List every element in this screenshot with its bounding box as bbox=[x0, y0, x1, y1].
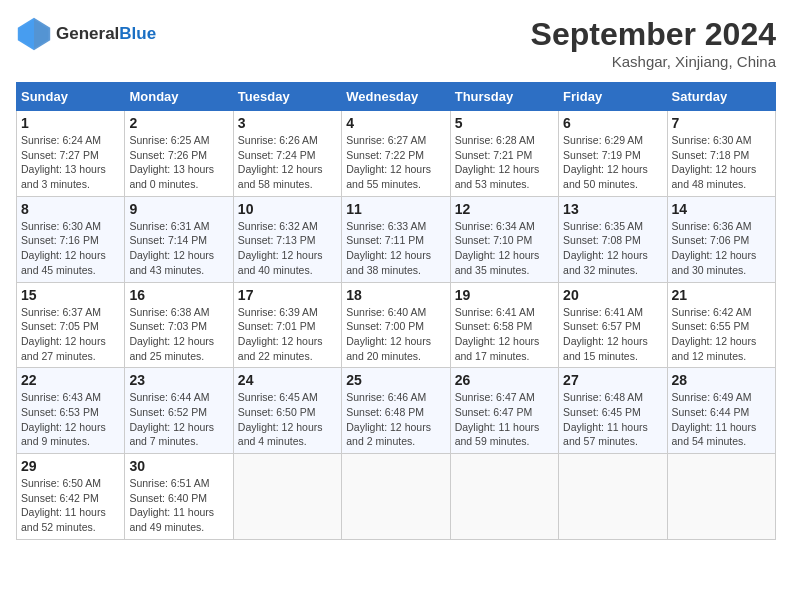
day-info: Sunrise: 6:33 AMSunset: 7:11 PMDaylight:… bbox=[346, 219, 445, 278]
day-info: Sunrise: 6:41 AMSunset: 6:58 PMDaylight:… bbox=[455, 305, 554, 364]
day-number: 26 bbox=[455, 372, 554, 388]
calendar-cell: 13Sunrise: 6:35 AMSunset: 7:08 PMDayligh… bbox=[559, 196, 667, 282]
day-info: Sunrise: 6:36 AMSunset: 7:06 PMDaylight:… bbox=[672, 219, 771, 278]
calendar-cell: 11Sunrise: 6:33 AMSunset: 7:11 PMDayligh… bbox=[342, 196, 450, 282]
calendar-cell: 23Sunrise: 6:44 AMSunset: 6:52 PMDayligh… bbox=[125, 368, 233, 454]
day-number: 11 bbox=[346, 201, 445, 217]
day-info: Sunrise: 6:50 AMSunset: 6:42 PMDaylight:… bbox=[21, 476, 120, 535]
calendar-cell: 28Sunrise: 6:49 AMSunset: 6:44 PMDayligh… bbox=[667, 368, 775, 454]
calendar-week-row: 29Sunrise: 6:50 AMSunset: 6:42 PMDayligh… bbox=[17, 454, 776, 540]
logo: GeneralBlue bbox=[16, 16, 156, 52]
calendar-table: SundayMondayTuesdayWednesdayThursdayFrid… bbox=[16, 82, 776, 540]
day-info: Sunrise: 6:34 AMSunset: 7:10 PMDaylight:… bbox=[455, 219, 554, 278]
day-number: 18 bbox=[346, 287, 445, 303]
day-number: 30 bbox=[129, 458, 228, 474]
calendar-cell: 17Sunrise: 6:39 AMSunset: 7:01 PMDayligh… bbox=[233, 282, 341, 368]
weekday-header: Thursday bbox=[450, 83, 558, 111]
calendar-cell: 4Sunrise: 6:27 AMSunset: 7:22 PMDaylight… bbox=[342, 111, 450, 197]
day-info: Sunrise: 6:38 AMSunset: 7:03 PMDaylight:… bbox=[129, 305, 228, 364]
day-info: Sunrise: 6:37 AMSunset: 7:05 PMDaylight:… bbox=[21, 305, 120, 364]
day-number: 21 bbox=[672, 287, 771, 303]
calendar-cell: 7Sunrise: 6:30 AMSunset: 7:18 PMDaylight… bbox=[667, 111, 775, 197]
calendar-cell bbox=[667, 454, 775, 540]
day-info: Sunrise: 6:35 AMSunset: 7:08 PMDaylight:… bbox=[563, 219, 662, 278]
calendar-week-row: 22Sunrise: 6:43 AMSunset: 6:53 PMDayligh… bbox=[17, 368, 776, 454]
weekday-header: Friday bbox=[559, 83, 667, 111]
calendar-cell: 22Sunrise: 6:43 AMSunset: 6:53 PMDayligh… bbox=[17, 368, 125, 454]
weekday-header: Wednesday bbox=[342, 83, 450, 111]
day-info: Sunrise: 6:46 AMSunset: 6:48 PMDaylight:… bbox=[346, 390, 445, 449]
calendar-week-row: 1Sunrise: 6:24 AMSunset: 7:27 PMDaylight… bbox=[17, 111, 776, 197]
day-number: 16 bbox=[129, 287, 228, 303]
day-info: Sunrise: 6:25 AMSunset: 7:26 PMDaylight:… bbox=[129, 133, 228, 192]
day-info: Sunrise: 6:28 AMSunset: 7:21 PMDaylight:… bbox=[455, 133, 554, 192]
day-number: 6 bbox=[563, 115, 662, 131]
day-number: 25 bbox=[346, 372, 445, 388]
day-number: 15 bbox=[21, 287, 120, 303]
calendar-cell: 10Sunrise: 6:32 AMSunset: 7:13 PMDayligh… bbox=[233, 196, 341, 282]
day-number: 19 bbox=[455, 287, 554, 303]
day-info: Sunrise: 6:43 AMSunset: 6:53 PMDaylight:… bbox=[21, 390, 120, 449]
day-number: 23 bbox=[129, 372, 228, 388]
day-number: 5 bbox=[455, 115, 554, 131]
day-info: Sunrise: 6:27 AMSunset: 7:22 PMDaylight:… bbox=[346, 133, 445, 192]
day-info: Sunrise: 6:26 AMSunset: 7:24 PMDaylight:… bbox=[238, 133, 337, 192]
logo-icon bbox=[16, 16, 52, 52]
weekday-header: Saturday bbox=[667, 83, 775, 111]
calendar-cell: 8Sunrise: 6:30 AMSunset: 7:16 PMDaylight… bbox=[17, 196, 125, 282]
day-info: Sunrise: 6:44 AMSunset: 6:52 PMDaylight:… bbox=[129, 390, 228, 449]
day-info: Sunrise: 6:30 AMSunset: 7:16 PMDaylight:… bbox=[21, 219, 120, 278]
day-info: Sunrise: 6:41 AMSunset: 6:57 PMDaylight:… bbox=[563, 305, 662, 364]
month-title: September 2024 bbox=[531, 16, 776, 53]
location: Kashgar, Xinjiang, China bbox=[531, 53, 776, 70]
day-info: Sunrise: 6:24 AMSunset: 7:27 PMDaylight:… bbox=[21, 133, 120, 192]
weekday-header: Monday bbox=[125, 83, 233, 111]
day-info: Sunrise: 6:45 AMSunset: 6:50 PMDaylight:… bbox=[238, 390, 337, 449]
calendar-cell: 9Sunrise: 6:31 AMSunset: 7:14 PMDaylight… bbox=[125, 196, 233, 282]
calendar-cell: 25Sunrise: 6:46 AMSunset: 6:48 PMDayligh… bbox=[342, 368, 450, 454]
day-number: 3 bbox=[238, 115, 337, 131]
calendar-cell: 30Sunrise: 6:51 AMSunset: 6:40 PMDayligh… bbox=[125, 454, 233, 540]
calendar-cell: 3Sunrise: 6:26 AMSunset: 7:24 PMDaylight… bbox=[233, 111, 341, 197]
calendar-cell: 18Sunrise: 6:40 AMSunset: 7:00 PMDayligh… bbox=[342, 282, 450, 368]
calendar-cell: 2Sunrise: 6:25 AMSunset: 7:26 PMDaylight… bbox=[125, 111, 233, 197]
day-info: Sunrise: 6:32 AMSunset: 7:13 PMDaylight:… bbox=[238, 219, 337, 278]
calendar-cell: 16Sunrise: 6:38 AMSunset: 7:03 PMDayligh… bbox=[125, 282, 233, 368]
calendar-cell: 24Sunrise: 6:45 AMSunset: 6:50 PMDayligh… bbox=[233, 368, 341, 454]
calendar-cell: 6Sunrise: 6:29 AMSunset: 7:19 PMDaylight… bbox=[559, 111, 667, 197]
weekday-header: Sunday bbox=[17, 83, 125, 111]
day-info: Sunrise: 6:47 AMSunset: 6:47 PMDaylight:… bbox=[455, 390, 554, 449]
day-number: 1 bbox=[21, 115, 120, 131]
day-number: 2 bbox=[129, 115, 228, 131]
day-number: 10 bbox=[238, 201, 337, 217]
day-number: 24 bbox=[238, 372, 337, 388]
calendar-cell bbox=[233, 454, 341, 540]
calendar-week-row: 15Sunrise: 6:37 AMSunset: 7:05 PMDayligh… bbox=[17, 282, 776, 368]
logo-general: General bbox=[56, 24, 119, 43]
day-info: Sunrise: 6:51 AMSunset: 6:40 PMDaylight:… bbox=[129, 476, 228, 535]
logo-text: GeneralBlue bbox=[56, 25, 156, 44]
calendar-cell: 20Sunrise: 6:41 AMSunset: 6:57 PMDayligh… bbox=[559, 282, 667, 368]
calendar-cell: 21Sunrise: 6:42 AMSunset: 6:55 PMDayligh… bbox=[667, 282, 775, 368]
day-number: 27 bbox=[563, 372, 662, 388]
day-info: Sunrise: 6:30 AMSunset: 7:18 PMDaylight:… bbox=[672, 133, 771, 192]
calendar-cell: 1Sunrise: 6:24 AMSunset: 7:27 PMDaylight… bbox=[17, 111, 125, 197]
page-header: GeneralBlue September 2024 Kashgar, Xinj… bbox=[16, 16, 776, 70]
calendar-cell bbox=[342, 454, 450, 540]
day-number: 8 bbox=[21, 201, 120, 217]
day-number: 4 bbox=[346, 115, 445, 131]
day-info: Sunrise: 6:39 AMSunset: 7:01 PMDaylight:… bbox=[238, 305, 337, 364]
day-number: 7 bbox=[672, 115, 771, 131]
day-number: 17 bbox=[238, 287, 337, 303]
calendar-cell: 5Sunrise: 6:28 AMSunset: 7:21 PMDaylight… bbox=[450, 111, 558, 197]
day-number: 29 bbox=[21, 458, 120, 474]
day-number: 12 bbox=[455, 201, 554, 217]
logo-blue-text: Blue bbox=[119, 24, 156, 43]
calendar-cell: 15Sunrise: 6:37 AMSunset: 7:05 PMDayligh… bbox=[17, 282, 125, 368]
calendar-cell: 26Sunrise: 6:47 AMSunset: 6:47 PMDayligh… bbox=[450, 368, 558, 454]
calendar-cell: 12Sunrise: 6:34 AMSunset: 7:10 PMDayligh… bbox=[450, 196, 558, 282]
day-info: Sunrise: 6:48 AMSunset: 6:45 PMDaylight:… bbox=[563, 390, 662, 449]
calendar-cell: 19Sunrise: 6:41 AMSunset: 6:58 PMDayligh… bbox=[450, 282, 558, 368]
day-info: Sunrise: 6:31 AMSunset: 7:14 PMDaylight:… bbox=[129, 219, 228, 278]
day-info: Sunrise: 6:42 AMSunset: 6:55 PMDaylight:… bbox=[672, 305, 771, 364]
